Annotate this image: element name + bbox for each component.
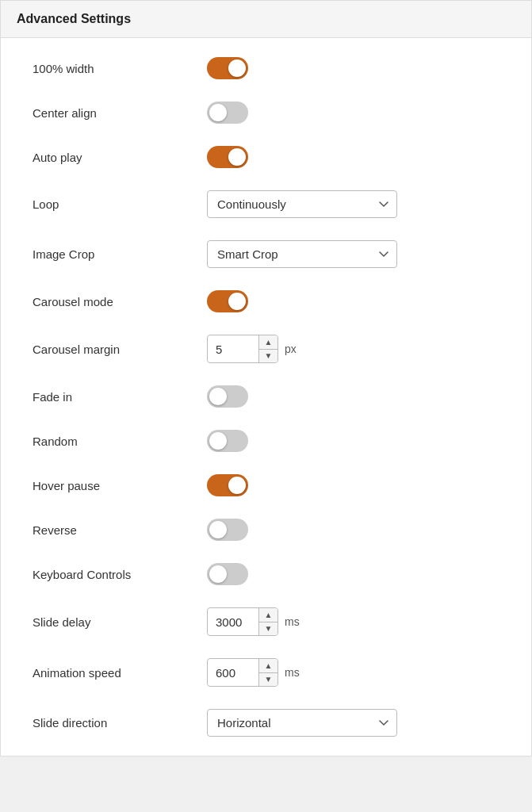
number-wrap-carousel-margin: ▲▼px	[207, 335, 297, 363]
setting-row-slide-direction: Slide directionHorizontalVertical	[1, 698, 531, 748]
select-loop[interactable]: ContinuouslyOnceNever	[207, 190, 397, 218]
label-width-100: 100% width	[33, 62, 207, 75]
setting-row-center-align: Center align	[1, 90, 531, 135]
spinner-wrap-animation-speed: ▲▼	[207, 658, 278, 687]
toggle-carousel-mode[interactable]	[207, 290, 248, 312]
label-loop: Loop	[33, 197, 207, 211]
control-fade-in	[207, 385, 499, 408]
setting-row-carousel-mode: Carousel mode	[1, 279, 531, 324]
number-wrap-animation-speed: ▲▼ms	[207, 658, 300, 687]
setting-row-image-crop: Image CropSmart CropNoneFitFill	[1, 229, 531, 279]
label-slide-direction: Slide direction	[33, 716, 207, 730]
unit-label-animation-speed: ms	[285, 666, 300, 679]
setting-row-auto-play: Auto play	[1, 135, 531, 179]
spinner-up-animation-speed[interactable]: ▲	[259, 659, 277, 673]
spinner-wrap-carousel-margin: ▲▼	[207, 335, 278, 363]
label-reverse: Reverse	[33, 523, 207, 537]
unit-label-slide-delay: ms	[285, 615, 300, 628]
control-width-100	[207, 57, 499, 79]
toggle-random[interactable]	[207, 430, 248, 452]
toggle-reverse[interactable]	[207, 519, 248, 541]
spinner-buttons-carousel-margin: ▲▼	[258, 335, 277, 362]
spinner-buttons-slide-delay: ▲▼	[258, 608, 277, 635]
toggle-width-100[interactable]	[207, 57, 248, 79]
spinner-down-slide-delay[interactable]: ▼	[259, 622, 277, 636]
control-animation-speed: ▲▼ms	[207, 658, 499, 687]
setting-row-animation-speed: Animation speed▲▼ms	[1, 647, 531, 698]
control-center-align	[207, 102, 499, 124]
advanced-settings-panel: Advanced Settings 100% widthCenter align…	[0, 0, 532, 756]
setting-row-random: Random	[1, 419, 531, 463]
toggle-center-align[interactable]	[207, 102, 248, 124]
toggle-hover-pause[interactable]	[207, 474, 248, 496]
control-carousel-mode	[207, 290, 499, 312]
label-image-crop: Image Crop	[33, 247, 207, 261]
unit-label-carousel-margin: px	[285, 343, 297, 355]
setting-row-fade-in: Fade in	[1, 374, 531, 419]
control-hover-pause	[207, 474, 499, 496]
label-carousel-margin: Carousel margin	[33, 343, 207, 356]
spinner-down-carousel-margin[interactable]: ▼	[259, 350, 277, 363]
spinner-buttons-animation-speed: ▲▼	[258, 659, 277, 686]
control-carousel-margin: ▲▼px	[207, 335, 499, 363]
toggle-fade-in[interactable]	[207, 385, 248, 408]
control-auto-play	[207, 146, 499, 168]
control-slide-delay: ▲▼ms	[207, 607, 499, 636]
setting-row-slide-delay: Slide delay▲▼ms	[1, 596, 531, 647]
setting-row-carousel-margin: Carousel margin▲▼px	[1, 324, 531, 374]
label-auto-play: Auto play	[33, 151, 207, 164]
setting-row-keyboard-controls: Keyboard Controls	[1, 552, 531, 596]
toggle-keyboard-controls[interactable]	[207, 563, 248, 585]
label-fade-in: Fade in	[33, 390, 207, 404]
label-carousel-mode: Carousel mode	[33, 295, 207, 308]
control-reverse	[207, 519, 499, 541]
label-slide-delay: Slide delay	[33, 615, 207, 629]
setting-row-hover-pause: Hover pause	[1, 463, 531, 508]
label-random: Random	[33, 435, 207, 448]
control-random	[207, 430, 499, 452]
setting-row-reverse: Reverse	[1, 508, 531, 552]
select-image-crop[interactable]: Smart CropNoneFitFill	[207, 240, 397, 268]
setting-row-loop: LoopContinuouslyOnceNever	[1, 179, 531, 229]
setting-row-width-100: 100% width	[1, 46, 531, 90]
panel-header: Advanced Settings	[1, 1, 531, 38]
control-image-crop: Smart CropNoneFitFill	[207, 240, 499, 268]
control-keyboard-controls	[207, 563, 499, 585]
panel-title: Advanced Settings	[17, 12, 515, 26]
label-hover-pause: Hover pause	[33, 479, 207, 492]
toggle-auto-play[interactable]	[207, 146, 248, 168]
spinner-up-slide-delay[interactable]: ▲	[259, 608, 277, 622]
label-keyboard-controls: Keyboard Controls	[33, 568, 207, 581]
spinner-up-carousel-margin[interactable]: ▲	[259, 335, 277, 350]
label-animation-speed: Animation speed	[33, 666, 207, 680]
select-slide-direction[interactable]: HorizontalVertical	[207, 709, 397, 737]
label-center-align: Center align	[33, 106, 207, 120]
spinner-down-animation-speed[interactable]: ▼	[259, 673, 277, 687]
spinner-wrap-slide-delay: ▲▼	[207, 607, 278, 636]
panel-body: 100% widthCenter alignAuto playLoopConti…	[1, 38, 531, 756]
control-slide-direction: HorizontalVertical	[207, 709, 499, 737]
control-loop: ContinuouslyOnceNever	[207, 190, 499, 218]
number-wrap-slide-delay: ▲▼ms	[207, 607, 300, 636]
